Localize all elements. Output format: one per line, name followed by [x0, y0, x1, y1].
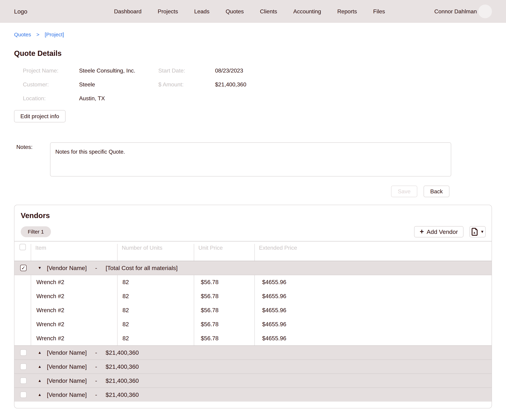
field-label-amount: $ Amount:: [158, 81, 215, 88]
plus-icon: +: [420, 228, 424, 235]
column-header-unit-price: Unit Price: [194, 244, 255, 261]
nav-item-projects[interactable]: Projects: [158, 8, 178, 15]
cell-units: 82: [118, 289, 194, 303]
expand-caret-icon[interactable]: ▲: [38, 351, 42, 354]
table-row: Wrench #2 82 $56.78 $4655.96: [14, 317, 492, 331]
vendor-checkbox-checked[interactable]: ✓: [20, 265, 27, 271]
cell-item: Wrench #2: [31, 289, 118, 303]
cell-extended-price: $4655.96: [255, 303, 492, 317]
vendor-name: [Vendor Name]: [47, 349, 87, 356]
expand-caret-icon[interactable]: ▲: [38, 393, 42, 397]
breadcrumb: Quotes > [Project]: [14, 32, 492, 38]
add-vendor-label: Add Vendor: [426, 229, 458, 235]
avatar[interactable]: [478, 5, 492, 18]
breadcrumb-separator: >: [36, 32, 40, 38]
export-excel-button[interactable]: x ▼: [469, 226, 486, 237]
table-row: Wrench #2 82 $56.78 $4655.96: [14, 331, 492, 345]
field-value-location: Austin, TX: [79, 95, 158, 102]
nav-item-reports[interactable]: Reports: [337, 8, 357, 15]
expand-caret-icon[interactable]: ▲: [38, 365, 42, 368]
save-button[interactable]: Save: [391, 186, 417, 197]
vendor-checkbox[interactable]: [20, 363, 27, 370]
filter-chip[interactable]: Filter 1: [21, 226, 51, 237]
cell-item: Wrench #2: [31, 317, 118, 331]
vendor-total: [Total Cost for all materials]: [106, 265, 178, 271]
cell-unit-price: $56.78: [194, 275, 255, 289]
vendor-checkbox[interactable]: [20, 349, 27, 356]
vendor-group-row-collapsed[interactable]: ▲ [Vendor Name] - $21,400,360: [14, 374, 492, 387]
expand-caret-icon[interactable]: ▲: [38, 379, 42, 383]
table-header-row: Item Number of Units Unit Price Extended…: [14, 242, 492, 261]
nav-item-quotes[interactable]: Quotes: [226, 8, 244, 15]
svg-text:x: x: [473, 231, 476, 235]
cell-units: 82: [118, 303, 194, 317]
field-label-project-name: Project Name:: [23, 67, 79, 74]
user-menu[interactable]: Connor Dahlman: [434, 0, 492, 23]
vendor-group-row-collapsed[interactable]: ▲ [Vendor Name] - $21,400,360: [14, 387, 492, 401]
cell-units: 82: [118, 331, 194, 345]
cell-item: Wrench #2: [31, 331, 118, 345]
table-row: Wrench #2 82 $56.78 $4655.96: [14, 289, 492, 303]
vendor-group-row-collapsed[interactable]: ▲ [Vendor Name] - $21,400,360: [14, 359, 492, 374]
vendor-name: [Vendor Name]: [47, 377, 87, 384]
vendors-table: Item Number of Units Unit Price Extended…: [14, 241, 492, 401]
breadcrumb-project-link[interactable]: [Project]: [45, 32, 64, 38]
cell-extended-price: $4655.96: [255, 275, 492, 289]
notes-label: Notes:: [14, 142, 50, 150]
vendor-group-row-expanded[interactable]: ✓ ▼ [Vendor Name] - [Total Cost for all …: [14, 261, 492, 275]
cell-extended-price: $4655.96: [255, 331, 492, 345]
cell-item: Wrench #2: [31, 275, 118, 289]
nav-item-dashboard[interactable]: Dashboard: [114, 8, 142, 15]
vendor-name: [Vendor Name]: [47, 363, 87, 370]
chevron-down-icon: ▼: [480, 230, 484, 234]
cell-units: 82: [118, 275, 194, 289]
vendor-checkbox[interactable]: [20, 392, 27, 398]
nav-item-files[interactable]: Files: [373, 8, 385, 15]
page-title: Quote Details: [14, 49, 492, 58]
field-value-amount: $21,400,360: [215, 81, 492, 88]
vendor-checkbox[interactable]: [20, 378, 27, 384]
vendor-group-row-collapsed[interactable]: ▲ [Vendor Name] - $21,400,360: [14, 345, 492, 359]
top-nav: Logo Dashboard Projects Leads Quotes Cli…: [0, 0, 506, 23]
user-name: Connor Dahlman: [434, 8, 477, 15]
check-icon: ✓: [21, 265, 25, 271]
nav-menu: Dashboard Projects Leads Quotes Clients …: [114, 0, 385, 23]
field-label-start-date: Start Date:: [158, 67, 215, 74]
column-header-extended-price: Extended Price: [255, 244, 492, 261]
cell-unit-price: $56.78: [194, 289, 255, 303]
vendor-total: $21,400,360: [106, 349, 139, 356]
notes-section: Notes: Notes for this specific Quote.: [14, 142, 492, 177]
vendor-total: $21,400,360: [106, 363, 139, 370]
field-label-customer: Customer:: [23, 81, 79, 88]
edit-project-info-button[interactable]: Edit project info: [14, 110, 66, 122]
table-row: Wrench #2 82 $56.78 $4655.96: [14, 303, 492, 317]
nav-item-clients[interactable]: Clients: [260, 8, 277, 15]
field-value-start-date: 08/23/2023: [215, 67, 492, 74]
cell-item: Wrench #2: [31, 303, 118, 317]
form-actions: Save Back: [14, 186, 449, 197]
back-button[interactable]: Back: [424, 186, 449, 197]
cell-unit-price: $56.78: [194, 331, 255, 345]
field-label-location: Location:: [23, 95, 79, 102]
cell-units: 82: [118, 317, 194, 331]
vendors-toolbar: Filter 1 + Add Vendor x ▼: [21, 226, 486, 237]
main-content: Quotes > [Project] Quote Details Project…: [14, 23, 492, 408]
collapse-caret-icon[interactable]: ▼: [38, 266, 42, 270]
vendor-total: $21,400,360: [106, 391, 139, 398]
nav-item-accounting[interactable]: Accounting: [293, 8, 321, 15]
vendors-title: Vendors: [21, 211, 492, 220]
quote-details-fields: Project Name: Steele Consulting, Inc. St…: [23, 67, 492, 102]
vendor-name: [Vendor Name]: [47, 391, 87, 398]
cell-unit-price: $56.78: [194, 317, 255, 331]
breadcrumb-quotes-link[interactable]: Quotes: [14, 32, 31, 38]
field-value-customer: Steele: [79, 81, 158, 88]
cell-extended-price: $4655.96: [255, 289, 492, 303]
add-vendor-button[interactable]: + Add Vendor: [414, 226, 464, 237]
vendor-name: [Vendor Name]: [47, 265, 87, 271]
app-logo: Logo: [14, 0, 27, 23]
select-all-checkbox[interactable]: [20, 244, 26, 250]
nav-item-leads[interactable]: Leads: [194, 8, 209, 15]
excel-file-icon: x: [471, 228, 479, 236]
column-header-item: Item: [31, 244, 118, 261]
notes-input[interactable]: Notes for this specific Quote.: [50, 142, 451, 177]
